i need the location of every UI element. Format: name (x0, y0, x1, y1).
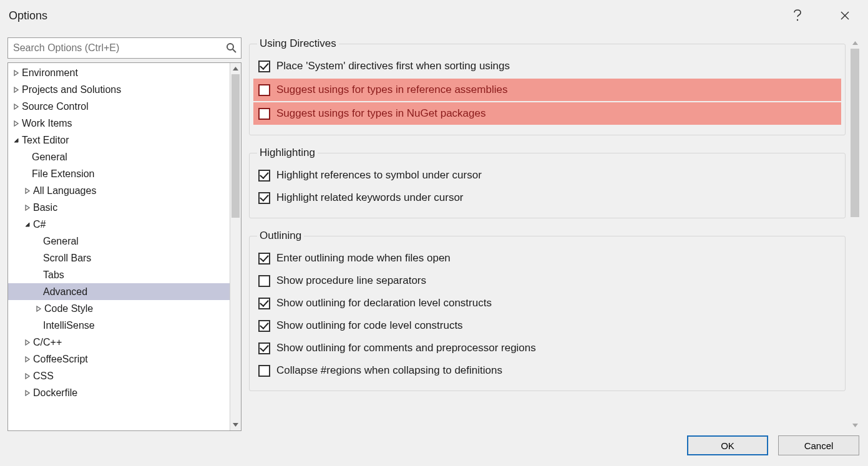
checkbox[interactable] (258, 192, 270, 204)
tree-item[interactable]: Work Items (8, 115, 230, 132)
tree-expander-collapsed-icon[interactable] (23, 205, 32, 211)
tree-item-label: IntelliSense (43, 320, 95, 331)
checkbox-row[interactable]: Suggest usings for types in reference as… (253, 79, 841, 101)
tree-item[interactable]: General (8, 148, 230, 165)
checkbox-label: Highlight references to symbol under cur… (276, 169, 482, 182)
tree-item[interactable]: All Languages (8, 182, 230, 199)
checkbox-label: Place 'System' directives first when sor… (276, 60, 510, 72)
content-scrollbar[interactable] (849, 37, 861, 431)
checkbox-label: Highlight related keywords under cursor (276, 192, 464, 204)
tree-item[interactable]: C# (8, 216, 230, 233)
tree-item[interactable]: File Extension (8, 165, 230, 182)
tree-item-label: CoffeeScript (33, 354, 88, 365)
tree-item[interactable]: Projects and Solutions (8, 81, 230, 98)
checkbox[interactable] (258, 275, 270, 287)
tree-scrollbar[interactable] (230, 63, 241, 430)
help-icon (793, 9, 802, 22)
checkbox[interactable] (258, 170, 270, 182)
tree-expander-collapsed-icon[interactable] (34, 306, 43, 312)
ok-button[interactable]: OK (687, 435, 768, 455)
settings-group: OutliningEnter outlining mode when files… (249, 230, 846, 391)
tree-item-label: All Languages (33, 185, 96, 197)
scroll-thumb[interactable] (851, 49, 859, 217)
tree-expander-collapsed-icon[interactable] (12, 87, 21, 93)
svg-point-3 (227, 44, 233, 50)
checkbox-row[interactable]: Show outlining for declaration level con… (257, 292, 837, 314)
checkbox-row[interactable]: Suggest usings for types in NuGet packag… (253, 102, 841, 125)
close-button[interactable] (831, 3, 859, 28)
checkbox-row[interactable]: Show outlining for comments and preproce… (257, 337, 837, 359)
scroll-up-icon[interactable] (230, 63, 241, 74)
tree-item[interactable]: CoffeeScript (8, 351, 230, 367)
search-input[interactable] (8, 38, 241, 58)
checkbox[interactable] (258, 253, 270, 265)
checkbox-row[interactable]: Collapse #regions when collapsing to def… (257, 359, 837, 382)
checkbox-row[interactable]: Highlight related keywords under cursor (257, 187, 837, 209)
tree-item[interactable]: Scroll Bars (8, 250, 230, 266)
settings-group: HighlightingHighlight references to symb… (249, 147, 846, 218)
checkbox[interactable] (258, 61, 270, 72)
tree-expander-collapsed-icon[interactable] (23, 356, 32, 362)
checkbox[interactable] (258, 365, 270, 377)
checkbox[interactable] (258, 84, 270, 96)
checkbox-label: Suggest usings for types in NuGet packag… (276, 107, 485, 120)
close-icon (841, 11, 849, 20)
scroll-track[interactable] (230, 74, 241, 419)
checkbox-row[interactable]: Enter outlining mode when files open (257, 247, 837, 269)
tree-expander-collapsed-icon[interactable] (12, 70, 21, 76)
svg-point-0 (797, 19, 798, 21)
tree-item[interactable]: Code Style (8, 300, 230, 317)
checkbox[interactable] (258, 342, 270, 354)
tree-item[interactable]: IntelliSense (8, 317, 230, 334)
tree-item[interactable]: Tabs (8, 266, 230, 283)
tree-expander-expanded-icon[interactable] (12, 137, 21, 143)
scroll-thumb[interactable] (232, 74, 240, 218)
checkbox-row[interactable]: Highlight references to symbol under cur… (257, 164, 837, 187)
tree-item-label: Dockerfile (33, 387, 77, 399)
tree-item[interactable]: General (8, 233, 230, 250)
scroll-down-icon[interactable] (230, 419, 241, 430)
checkbox[interactable] (258, 298, 270, 309)
help-button[interactable] (783, 3, 812, 28)
tree-expander-expanded-icon[interactable] (23, 221, 32, 228)
tree-item[interactable]: CSS (8, 367, 230, 384)
scroll-track[interactable] (849, 49, 861, 420)
search-icon[interactable] (226, 42, 237, 54)
checkbox-label: Show outlining for comments and preproce… (276, 342, 536, 354)
checkbox[interactable] (258, 320, 270, 332)
dialog-body: EnvironmentProjects and SolutionsSource … (0, 31, 868, 431)
tree-item-label: Text Editor (22, 135, 69, 146)
cancel-button[interactable]: Cancel (778, 435, 859, 455)
search-wrapper (7, 37, 241, 59)
tree-item-label: C/C++ (33, 337, 62, 348)
checkbox-row[interactable]: Show outlining for code level constructs (257, 314, 837, 337)
tree-item[interactable]: Advanced (8, 283, 230, 300)
dialog-footer: OK Cancel (0, 431, 868, 466)
tree-item-label: Scroll Bars (43, 253, 91, 264)
tree-expander-collapsed-icon[interactable] (23, 373, 32, 379)
titlebar: Options (0, 0, 868, 31)
tree-item-label: Code Style (44, 303, 93, 314)
tree-item[interactable]: Basic (8, 199, 230, 216)
tree-item-label: Work Items (22, 118, 72, 129)
tree-expander-collapsed-icon[interactable] (23, 339, 32, 346)
settings-group: Using DirectivesPlace 'System' directive… (249, 37, 846, 135)
tree-item[interactable]: Text Editor (8, 132, 230, 148)
checkbox-row[interactable]: Place 'System' directives first when sor… (257, 55, 837, 77)
scroll-up-icon[interactable] (849, 37, 861, 49)
tree-item[interactable]: Source Control (8, 98, 230, 115)
checkbox-row[interactable]: Show procedure line separators (257, 269, 837, 292)
options-tree[interactable]: EnvironmentProjects and SolutionsSource … (8, 63, 230, 430)
tree-container: EnvironmentProjects and SolutionsSource … (7, 62, 241, 431)
tree-expander-collapsed-icon[interactable] (12, 104, 21, 110)
tree-expander-collapsed-icon[interactable] (23, 390, 32, 396)
tree-item[interactable]: Dockerfile (8, 384, 230, 401)
checkbox-label: Suggest usings for types in reference as… (276, 84, 507, 96)
tree-item[interactable]: C/C++ (8, 334, 230, 351)
group-legend: Highlighting (257, 147, 318, 159)
tree-item[interactable]: Environment (8, 64, 230, 81)
tree-expander-collapsed-icon[interactable] (12, 120, 21, 127)
scroll-down-icon[interactable] (849, 420, 861, 431)
checkbox[interactable] (258, 108, 270, 120)
tree-expander-collapsed-icon[interactable] (23, 188, 32, 194)
